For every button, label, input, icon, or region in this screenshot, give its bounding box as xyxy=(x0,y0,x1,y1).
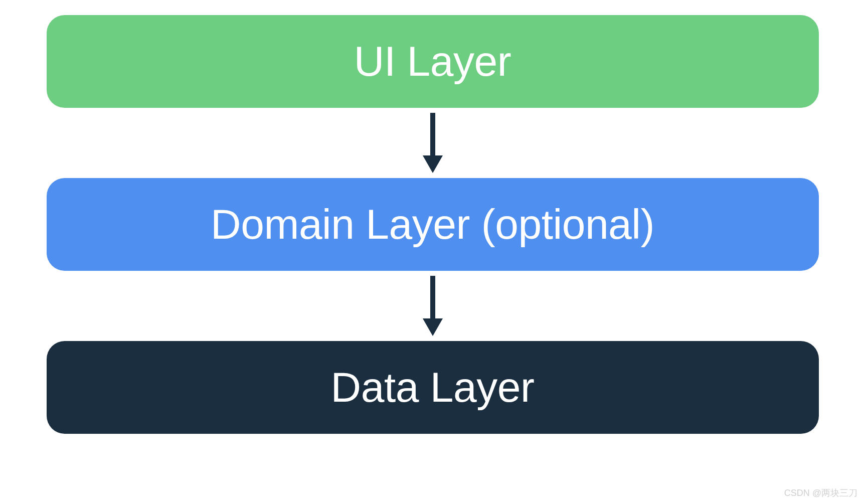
arrow-domain-to-data xyxy=(418,271,448,341)
ui-layer-box: UI Layer xyxy=(47,15,819,108)
arrow-down-icon xyxy=(418,110,448,176)
architecture-diagram: UI Layer Domain Layer (optional) Data La… xyxy=(47,15,819,434)
ui-layer-label: UI Layer xyxy=(354,37,511,86)
watermark-text: CSDN @两块三刀 xyxy=(784,487,857,499)
svg-marker-3 xyxy=(423,318,443,336)
arrow-down-icon xyxy=(418,273,448,339)
data-layer-box: Data Layer xyxy=(47,341,819,434)
data-layer-label: Data Layer xyxy=(331,363,535,412)
arrow-ui-to-domain xyxy=(418,108,448,178)
domain-layer-box: Domain Layer (optional) xyxy=(47,178,819,271)
svg-marker-1 xyxy=(423,155,443,173)
domain-layer-label: Domain Layer (optional) xyxy=(211,200,654,249)
